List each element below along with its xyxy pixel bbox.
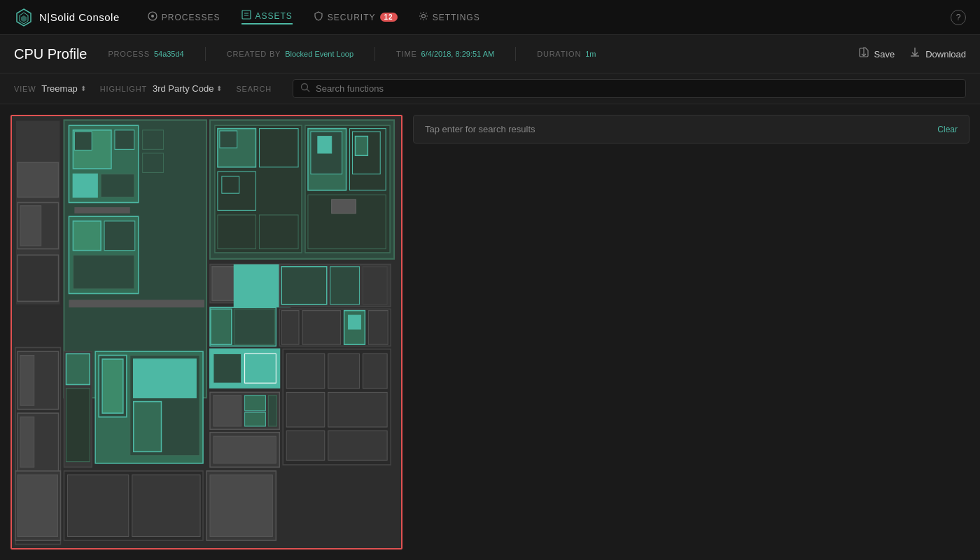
clear-button[interactable]: Clear <box>937 125 958 134</box>
help-button[interactable]: ? <box>951 10 966 25</box>
page-title: CPU Profile <box>14 46 87 62</box>
svg-marker-2 <box>21 15 27 22</box>
svg-rect-102 <box>18 475 58 536</box>
svg-rect-60 <box>330 267 360 304</box>
time-value: 6/4/2018, 8:29:51 AM <box>421 50 495 58</box>
svg-rect-57 <box>234 309 275 344</box>
download-icon <box>909 46 921 62</box>
view-select[interactable]: Treemap ⬍ <box>41 83 86 94</box>
highlight-group: Highlight 3rd Party Code ⬍ <box>100 83 223 94</box>
svg-rect-37 <box>222 176 239 193</box>
time-label: TIME <box>396 50 416 58</box>
main-content: Tap enter for search results Clear <box>0 104 980 560</box>
search-input[interactable] <box>316 83 958 94</box>
svg-rect-105 <box>132 475 200 536</box>
security-badge: 12 <box>380 13 398 22</box>
svg-rect-75 <box>66 354 90 384</box>
highlight-value: 3rd Party Code <box>153 83 214 94</box>
svg-rect-72 <box>20 417 34 468</box>
svg-rect-85 <box>245 354 276 383</box>
svg-rect-22 <box>73 174 97 197</box>
svg-rect-100 <box>214 436 276 463</box>
duration-label: DURATION <box>537 50 581 58</box>
settings-icon <box>419 11 428 23</box>
created-by-meta: CREATED BY Blocked Event Loop <box>227 50 354 58</box>
svg-rect-67 <box>368 311 388 344</box>
view-chevron-icon: ⬍ <box>80 85 86 92</box>
highlight-label: Highlight <box>100 85 147 93</box>
duration-meta: DURATION 1m <box>537 50 596 58</box>
svg-rect-23 <box>101 174 134 197</box>
svg-rect-104 <box>67 475 128 536</box>
svg-rect-39 <box>218 215 256 248</box>
nav-item-assets[interactable]: ASSETS <box>241 10 293 24</box>
view-label: View <box>14 85 36 93</box>
svg-rect-28 <box>73 221 101 251</box>
svg-rect-70 <box>20 356 34 406</box>
svg-rect-26 <box>74 207 130 214</box>
svg-rect-90 <box>286 392 325 427</box>
svg-rect-59 <box>281 267 327 304</box>
svg-rect-93 <box>328 431 387 461</box>
svg-rect-82 <box>134 402 162 452</box>
save-button[interactable]: Save <box>858 46 895 62</box>
svg-rect-38 <box>259 129 298 167</box>
view-value: Treemap <box>41 83 78 94</box>
security-icon <box>314 11 323 23</box>
download-label: Download <box>925 49 966 59</box>
time-meta: TIME 6/4/2018, 8:29:51 AM <box>396 50 494 58</box>
nav-item-security[interactable]: SECURITY 12 <box>314 11 398 23</box>
svg-rect-49 <box>332 200 356 214</box>
created-by-value: Blocked Event Loop <box>285 50 354 58</box>
sub-header: CPU Profile PROCESS 54a35d4 CREATED BY B… <box>0 35 980 74</box>
svg-rect-31 <box>69 300 204 307</box>
toolbar: View Treemap ⬍ Highlight 3rd Party Code … <box>0 74 980 104</box>
svg-rect-96 <box>245 396 266 411</box>
highlight-select[interactable]: 3rd Party Code ⬍ <box>153 83 222 94</box>
top-nav: N|Solid Console PROCESSES ASSETS <box>0 0 980 35</box>
process-value[interactable]: 54a35d4 <box>154 50 184 58</box>
svg-rect-107 <box>210 475 272 536</box>
assets-icon <box>241 10 251 22</box>
svg-rect-84 <box>214 354 241 383</box>
svg-rect-92 <box>286 431 325 461</box>
svg-rect-20 <box>74 132 92 150</box>
meta-separator-1 <box>205 47 206 61</box>
save-icon <box>858 46 870 62</box>
treemap-visualization <box>12 116 401 548</box>
svg-point-9 <box>302 84 308 90</box>
svg-rect-81 <box>134 359 196 398</box>
svg-rect-21 <box>115 130 134 150</box>
svg-point-8 <box>421 15 425 18</box>
logo-area: N|Solid Console <box>14 8 120 27</box>
search-group: Search <box>236 85 272 93</box>
svg-rect-25 <box>143 153 164 173</box>
svg-rect-56 <box>211 309 232 344</box>
svg-rect-13 <box>18 162 59 197</box>
svg-rect-63 <box>281 311 299 344</box>
sub-header-actions: Save Download <box>858 46 966 62</box>
search-label: Search <box>236 85 272 93</box>
svg-rect-95 <box>214 396 241 426</box>
search-panel: Tap enter for search results Clear <box>413 115 969 550</box>
app-title: N|Solid Console <box>39 11 120 23</box>
svg-rect-88 <box>328 354 360 388</box>
nav-settings-label: SETTINGS <box>433 13 480 22</box>
treemap-container[interactable] <box>10 115 402 550</box>
nav-processes-label: PROCESSES <box>162 13 220 22</box>
svg-rect-15 <box>20 206 41 246</box>
nav-item-settings[interactable]: SETTINGS <box>419 11 480 23</box>
svg-rect-64 <box>302 311 341 344</box>
download-button[interactable]: Download <box>909 46 966 62</box>
search-hint-panel: Tap enter for search results Clear <box>413 115 969 144</box>
svg-rect-30 <box>73 255 134 288</box>
nav-assets-label: ASSETS <box>255 11 293 21</box>
svg-rect-76 <box>66 388 90 462</box>
highlight-chevron-icon: ⬍ <box>216 85 222 92</box>
process-meta: PROCESS 54a35d4 <box>108 50 183 58</box>
search-container <box>293 79 966 98</box>
meta-separator-3 <box>515 47 516 61</box>
nav-item-processes[interactable]: PROCESSES <box>148 11 220 23</box>
svg-rect-16 <box>18 255 59 301</box>
search-hint-text: Tap enter for search results <box>425 124 536 134</box>
